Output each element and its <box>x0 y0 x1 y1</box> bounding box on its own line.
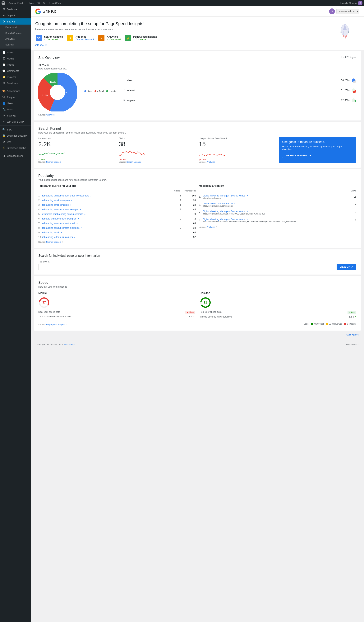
sidebar-item-users[interactable]: 👤 Users <box>0 100 31 106</box>
congrats-title: Congrats on completing the setup for Pag… <box>35 21 359 26</box>
admin-howdy[interactable]: Howdy, Sourav S <box>340 1 363 5</box>
sidebar-subitem-search-console[interactable]: Search Console <box>0 30 31 36</box>
query-link-9[interactable]: rebranding email <box>42 231 59 234</box>
search-input-wrap: Title or URL <box>38 261 335 270</box>
admin-site-name[interactable]: Sourav Kundu <box>8 2 24 5</box>
admin-wp-logo[interactable]: W <box>1 1 5 5</box>
popular-link-2[interactable]: Certifications - Sourav Kundu <box>203 202 233 205</box>
popular-link-3[interactable]: Digital Maketing Manager - Sourav Kundu <box>203 210 246 213</box>
referral-name: referral <box>127 89 135 92</box>
funnel-visitors: Unique Visitors from Search 15 ↓37.5% So… <box>199 137 276 163</box>
impressions-col-header: Impressions <box>184 190 196 192</box>
query-link-6[interactable]: rebrand announcement examples <box>42 217 76 220</box>
sidebar-item-seo[interactable]: 🔍 SEO <box>0 126 31 133</box>
query-link-8[interactable]: rebranding announcement examples <box>42 227 80 229</box>
dashboard-icon: ⊞ <box>2 8 5 11</box>
analytics-source-link[interactable]: Analytics <box>46 114 55 116</box>
sidebar-item-tools[interactable]: 🔧 Tools <box>0 106 31 112</box>
wordpress-link[interactable]: WordPress <box>63 343 75 346</box>
query-link-4[interactable]: rebranding announcement example <box>42 208 78 211</box>
query-link-2[interactable]: rebranding email examples <box>42 199 70 202</box>
fast-scale-dot <box>311 323 313 325</box>
analytics-pop-source-link[interactable]: Analytics <box>207 226 215 228</box>
search-console-name: Search Console <box>44 35 63 38</box>
referral-dot <box>94 90 96 92</box>
visitors-source-link[interactable]: Analytics <box>207 161 215 163</box>
need-help-link[interactable]: Need help? ? <box>346 334 359 336</box>
average-scale-dot <box>326 323 328 325</box>
sidebar-item-pages[interactable]: 📋 Pages <box>0 62 31 68</box>
pagespeed-source-link[interactable]: PageSpeed Insights <box>46 324 65 326</box>
admin-updraft[interactable]: UpdraftPlus <box>48 2 61 5</box>
popular-row-2: 2. Certifications - Sourav Kundu ↗ https… <box>199 202 357 207</box>
sidebar-item-collapse[interactable]: ◀ Collapse menu <box>0 153 31 159</box>
sidebar-item-sitekit[interactable]: G Site Kit <box>0 19 31 24</box>
sidebar-item-comments[interactable]: 💬 Comments <box>0 68 31 74</box>
external-link-icon-10: ↗ <box>74 236 75 238</box>
query-link-5[interactable]: examples of rebranding announcements <box>42 213 83 215</box>
clicks-value: 38 <box>119 141 196 148</box>
pie-label-organic: 12.5% <box>50 81 56 83</box>
sidebar-item-plugins[interactable]: 🔌 Plugins <box>0 94 31 100</box>
mini-pie-referral <box>351 88 356 93</box>
sidebar-item-dashboard[interactable]: ⊞ Dashboard <box>0 6 31 12</box>
sidebar-item-projects[interactable]: 📁 Projects <box>0 74 31 80</box>
service-card-adsense: $ AdSense Connect Service ℹ <box>67 35 94 41</box>
adsense-icon: $ <box>67 35 73 41</box>
admin-divi[interactable]: D <box>43 2 45 5</box>
popular-link-1[interactable]: Digital Maketing Manager - Sourav Kundu <box>203 194 246 197</box>
sidebar-item-divi[interactable]: D Divi <box>0 139 31 145</box>
sidebar: ⊞ Dashboard ✦ Jetpack G Site Kit Dashboa… <box>0 6 31 622</box>
direct-label: direct <box>87 90 92 92</box>
query-link-7[interactable]: rebranding announcement email <box>42 222 75 225</box>
sidebar-subitem-analytics[interactable]: Analytics <box>0 36 31 42</box>
clicks-source-link[interactable]: Search Console <box>127 161 142 163</box>
query-clicks-6: 1 <box>173 217 182 220</box>
sidebar-label-comments: Comments <box>7 69 19 72</box>
traffic-legend: 1. direct 56.25% <box>124 78 356 108</box>
impressions-sparkline <box>38 149 116 157</box>
slow-icon: ▲ <box>186 311 189 313</box>
sidebar-subitem-settings[interactable]: Settings <box>0 42 31 48</box>
impressions-source-link[interactable]: Search Console <box>46 161 61 163</box>
create-goal-button[interactable]: CREATE A NEW GOAL + <box>282 153 313 158</box>
sidebar-label-collapse: Collapse menu <box>7 155 24 157</box>
ok-got-it-link[interactable]: OK, Got It! <box>35 44 47 47</box>
loginizer-icon: 🔒 <box>2 134 5 137</box>
sidebar-item-posts[interactable]: 📄 Posts <box>0 49 31 56</box>
query-link-10[interactable]: rebranding letter to customers <box>42 236 73 238</box>
sidebar-subitem-dashboard[interactable]: Dashboard <box>0 24 31 30</box>
last-days-selector[interactable]: Last 28 days ▾ <box>342 56 356 58</box>
sidebar-label-sub-dashboard: Dashboard <box>5 26 17 29</box>
sidebar-item-loginizer[interactable]: 🔒 Loginizer Security <box>0 133 31 139</box>
external-link-icon-4: ↗ <box>79 209 81 211</box>
search-input[interactable] <box>38 264 335 270</box>
search-console-source-link[interactable]: Search Console <box>46 241 61 243</box>
sidebar-item-appearance[interactable]: 🎨 Appearance <box>0 88 31 94</box>
sidebar-item-feedback[interactable]: ✉ Feedback <box>0 80 31 86</box>
desktop-real-user-val: ✓ Fast <box>347 311 356 314</box>
query-clicks-3: 3 <box>173 204 182 206</box>
admin-new[interactable]: + New <box>27 2 34 5</box>
query-link-3[interactable]: rebranding email template <box>42 204 69 206</box>
view-data-button[interactable]: VIEW DATA <box>337 264 356 270</box>
user-select[interactable]: souravkundu.in <box>336 9 359 14</box>
popularity-grid: Top search queries for your site Clicks … <box>38 184 356 243</box>
direct-pct: 56.25% <box>341 79 349 82</box>
direct-name: direct <box>127 79 133 82</box>
adsense-status[interactable]: Connect Service ℹ <box>75 38 94 41</box>
external-link-icon-9: ↗ <box>60 232 62 234</box>
popular-link-4[interactable]: Digital Maketing Manager - Sourav Kundu <box>203 218 246 221</box>
query-impressions-2: 39 <box>182 199 196 202</box>
admin-avatar: S <box>358 1 363 5</box>
sidebar-item-settings[interactable]: ⚙ Settings <box>0 112 31 118</box>
sidebar-item-wpmail[interactable]: ✉ WP Mail SMTP <box>0 118 31 125</box>
visitors-source: Source: Analytics <box>199 161 276 163</box>
sidebar-label-seo: SEO <box>7 128 12 131</box>
sidebar-item-litespeed[interactable]: ⚡ LiteSpeed Cache <box>0 145 31 151</box>
speed-scale: Scale: 90-100 (fast) 50-89 (average) 0-4… <box>304 323 356 325</box>
admin-w[interactable]: W <box>37 2 40 5</box>
sidebar-item-jetpack[interactable]: ✦ Jetpack <box>0 12 31 19</box>
sidebar-item-media[interactable]: 🖼 Media <box>0 56 31 62</box>
query-link-1[interactable]: rebranding announcement email to custome… <box>42 194 89 197</box>
